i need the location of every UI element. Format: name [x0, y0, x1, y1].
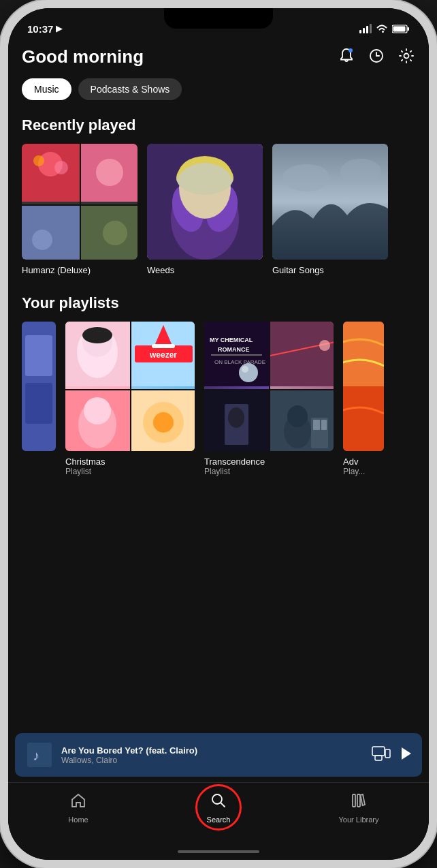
svg-rect-12: [22, 206, 80, 260]
svg-rect-70: [375, 756, 382, 760]
notch: [164, 8, 273, 29]
nav-library[interactable]: Your Library: [289, 790, 429, 826]
main-content: Good morning: [8, 41, 429, 728]
svg-rect-28: [25, 383, 52, 424]
svg-point-49: [239, 363, 258, 382]
svg-point-40: [84, 397, 111, 424]
svg-point-5: [404, 53, 409, 58]
svg-point-8: [33, 155, 44, 166]
svg-rect-47: [211, 354, 262, 356]
album-humanz[interactable]: Humanz (Deluxe): [22, 144, 137, 275]
nav-search[interactable]: Search: [148, 790, 289, 826]
status-time: 10:37 ▶: [27, 23, 62, 35]
bottom-navigation: Home Search: [8, 782, 429, 843]
playlist-type-transcendence: Playlist: [204, 467, 334, 476]
greeting-text: Good morning: [22, 46, 144, 67]
svg-point-3: [349, 48, 353, 52]
svg-text:ON BLACK PARADE: ON BLACK PARADE: [214, 359, 265, 365]
svg-rect-62: [321, 420, 327, 430]
tab-music[interactable]: Music: [22, 78, 71, 100]
nav-home-label: Home: [68, 816, 88, 824]
svg-point-25: [340, 159, 381, 183]
nav-search-label: Search: [207, 816, 231, 824]
svg-rect-44: [204, 322, 269, 386]
home-indicator: [8, 843, 429, 860]
playlist-art-christmas: weezer: [65, 322, 195, 451]
svg-rect-2: [393, 26, 406, 31]
settings-icon[interactable]: [398, 47, 415, 67]
svg-text:weezer: weezer: [149, 350, 177, 360]
svg-point-9: [54, 161, 68, 174]
library-icon: [351, 792, 367, 813]
svg-line-73: [221, 803, 225, 807]
signal-icon: [359, 24, 372, 33]
svg-point-59: [287, 405, 308, 427]
tab-podcasts[interactable]: Podcasts & Shows: [78, 78, 182, 100]
svg-rect-65: [343, 386, 384, 451]
recently-played-list: Humanz (Deluxe): [22, 144, 415, 275]
app-screen: 10:37 ▶: [8, 8, 429, 860]
playlist-name-adv: Adv: [343, 456, 384, 467]
phone-screen: 10:37 ▶: [8, 8, 429, 860]
svg-point-13: [32, 230, 52, 250]
phone-frame: 10:37 ▶: [0, 0, 437, 868]
svg-text:ROMANCE: ROMANCE: [218, 346, 250, 353]
svg-rect-37: [152, 344, 175, 348]
playlists-list: weezer: [22, 322, 415, 476]
now-playing-info: Are You Bored Yet? (feat. Clairo) Wallow…: [61, 745, 365, 765]
filter-tabs: Music Podcasts & Shows: [22, 78, 415, 100]
playlist-name-christmas: Christmas: [65, 456, 195, 467]
playlist-side[interactable]: [22, 322, 56, 476]
svg-rect-69: [372, 747, 385, 756]
album-weeds[interactable]: Weeds: [147, 144, 263, 275]
album-art-cell: [81, 144, 137, 204]
playlist-adv[interactable]: Adv Play...: [343, 322, 384, 476]
album-art-cell: [81, 206, 137, 260]
play-icon[interactable]: [400, 746, 412, 764]
svg-point-43: [153, 412, 174, 433]
album-title-humanz: Humanz (Deluxe): [22, 265, 137, 275]
device-icon[interactable]: [372, 746, 391, 764]
svg-rect-1: [408, 27, 410, 31]
svg-rect-27: [25, 335, 52, 376]
notification-icon[interactable]: [338, 47, 355, 67]
now-playing-title: Are You Bored Yet? (feat. Clairo): [61, 745, 365, 756]
album-art-cell: [22, 206, 80, 260]
now-playing-bar[interactable]: ♪ Are You Bored Yet? (feat. Clairo) Wall…: [15, 733, 422, 777]
playlist-transcendence[interactable]: MY CHEMICAL ROMANCE ON BLACK PARADE: [204, 322, 334, 476]
svg-point-11: [96, 159, 123, 186]
album-guitar-songs[interactable]: Guitar Songs: [272, 144, 388, 275]
playlists-title: Your playlists: [22, 294, 415, 312]
playlist-type-christmas: Playlist: [65, 467, 195, 476]
wifi-icon: [376, 24, 388, 33]
playlist-type-adv: Play...: [343, 467, 384, 476]
svg-point-50: [242, 366, 248, 373]
now-playing-thumbnail: ♪: [25, 740, 54, 770]
svg-point-32: [82, 327, 112, 343]
nav-home[interactable]: Home: [8, 790, 148, 826]
album-title-guitar: Guitar Songs: [272, 265, 388, 275]
album-art-cell: [22, 144, 80, 204]
home-icon: [70, 792, 86, 813]
status-icons: [359, 24, 410, 33]
page-header: Good morning: [22, 46, 415, 67]
recently-played-title: Recently played: [22, 117, 415, 134]
location-icon: ▶: [56, 24, 62, 33]
nav-library-label: Your Library: [339, 816, 379, 824]
svg-rect-61: [313, 420, 320, 430]
header-icons: [338, 47, 415, 67]
battery-icon: [392, 25, 410, 33]
svg-point-53: [319, 340, 330, 351]
svg-rect-64: [343, 322, 384, 386]
playlist-art-adv: [343, 322, 384, 451]
album-art-weeds: [147, 144, 263, 260]
history-icon[interactable]: [368, 47, 385, 67]
time-display: 10:37: [27, 23, 53, 35]
playlist-christmas[interactable]: weezer: [65, 322, 195, 476]
svg-point-15: [103, 221, 127, 245]
album-art-guitar: [272, 144, 388, 260]
svg-rect-75: [357, 794, 360, 807]
now-playing-artist: Wallows, Clairo: [61, 756, 365, 765]
playlist-art-side: [22, 322, 56, 451]
svg-text:MY CHEMICAL: MY CHEMICAL: [210, 337, 253, 343]
